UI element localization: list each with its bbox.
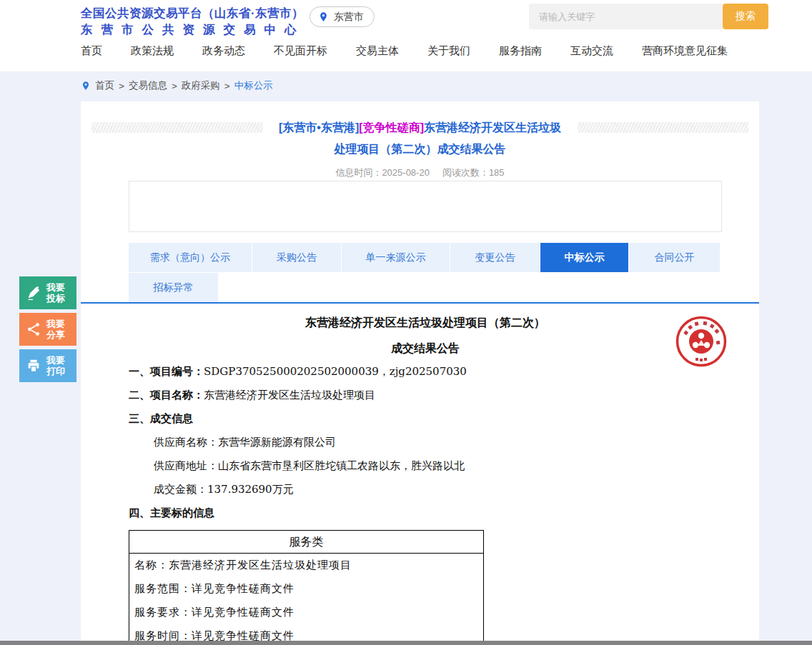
breadcrumb-gov-procurement[interactable]: 政府采购: [182, 79, 220, 92]
section-project-number: 一、项目编号：SDGP370525000202502000039，zjg2025…: [129, 365, 722, 378]
section-project-name-value: 东营港经济开发区生活垃圾处理项目: [204, 389, 375, 401]
announcement-document: 东营港经济开发区生活垃圾处理项目（第二次） 成交结果公告 一、项目编号：SDGP…: [129, 316, 722, 645]
nav-item-remote-bidding[interactable]: 不见面开标: [274, 44, 327, 58]
breadcrumb: 首页 > 交易信息 > 政府采购 > 中标公示: [81, 79, 273, 92]
table-header-service-type: 服务类: [129, 531, 483, 554]
table-row: 服务范围：详见竞争性磋商文件: [129, 577, 483, 601]
info-time-value: 2025-08-20: [382, 167, 430, 178]
section-award-info-heading: 三、成交信息: [129, 412, 722, 425]
supplier-address: 供应商地址：山东省东营市垦利区胜坨镇工农路以东，胜兴路以北: [129, 459, 722, 472]
tab-award-notice[interactable]: 中标公示: [540, 243, 628, 272]
i-want-to-print-button[interactable]: 我要打印: [19, 349, 76, 382]
article-meta: 信息时间：2025-08-20阅读次数：185: [81, 166, 759, 179]
nav-item-interaction[interactable]: 互动交流: [570, 44, 613, 58]
nav-item-policies[interactable]: 政策法规: [131, 44, 174, 58]
views-value: 185: [489, 167, 505, 178]
tab-demand-notice[interactable]: 需求（意向）公示: [129, 243, 252, 272]
search-bar: 搜索: [529, 4, 768, 29]
document-title-line1: 东营港经济开发区生活垃圾处理项目（第二次）: [129, 316, 722, 330]
tab-procurement-notice[interactable]: 采购公告: [252, 243, 341, 272]
location-pin-icon: [318, 11, 329, 22]
nav-item-home[interactable]: 首页: [81, 44, 102, 58]
tab-change-notice[interactable]: 变更公告: [450, 243, 540, 272]
breadcrumb-separator: >: [172, 81, 177, 91]
article-title-location: [东营市•东营港]: [279, 121, 359, 134]
article-title-block: [东营市•东营港][竞争性磋商]东营港经济开发区生活垃圾处理项目（第二次）成交结…: [81, 101, 759, 160]
nav-item-gov-news[interactable]: 政务动态: [202, 44, 245, 58]
article-title: [东营市•东营港][竞争性磋商]东营港经济开发区生活垃圾处理项目（第二次）成交结…: [263, 117, 578, 160]
breadcrumb-trade-info[interactable]: 交易信息: [129, 79, 167, 92]
i-want-to-share-button[interactable]: 我要分享: [19, 313, 76, 346]
search-button[interactable]: 搜索: [723, 4, 768, 29]
page-bottom-bar: [0, 641, 812, 645]
city-selector[interactable]: 东营市: [310, 6, 375, 27]
breadcrumb-pin-icon: [81, 81, 91, 91]
category-tabs: 需求（意向）公示 采购公告 单一来源公示 变更公告 中标公示 合同公开 招标异常: [129, 243, 723, 303]
section-project-name: 二、项目名称：东营港经济开发区生活垃圾处理项目: [129, 389, 722, 401]
main-nav: 首页 政策法规 政务动态 不见面开标 交易主体 关于我们 服务指南 互动交流 营…: [81, 44, 728, 58]
tab-contract-disclosure[interactable]: 合同公开: [629, 243, 720, 272]
printer-icon: [26, 358, 41, 374]
tabs-underline: [81, 302, 759, 304]
page: 全国公共资源交易平台（山东省·东营市） 东营市公共资源交易中心 东营市 搜索 首…: [0, 0, 812, 645]
info-time-label: 信息时间：: [335, 167, 382, 178]
floating-action-buttons: 我要投标 我要分享 我要打印: [19, 276, 76, 386]
logo-line-2: 东营市公共资源交易中心: [81, 22, 305, 37]
section-project-number-label: 一、项目编号：: [129, 365, 204, 377]
city-selector-label: 东营市: [334, 11, 364, 24]
table-row: 名称：东营港经济开发区生活垃圾处理项目: [129, 554, 483, 577]
tab-single-source-notice[interactable]: 单一来源公示: [342, 243, 450, 272]
subject-info-table: 服务类 名称：东营港经济开发区生活垃圾处理项目 服务范围：详见竞争性磋商文件 服…: [129, 530, 484, 645]
side-button-label: 我要分享: [46, 319, 66, 340]
nav-item-trade-entities[interactable]: 交易主体: [356, 44, 399, 58]
tab-bid-abnormal[interactable]: 招标异常: [129, 273, 218, 302]
views-label: 阅读次数：: [442, 167, 489, 178]
breadcrumb-home[interactable]: 首页: [95, 79, 114, 92]
share-icon: [26, 321, 41, 337]
site-header: 全国公共资源交易平台（山东省·东营市） 东营市公共资源交易中心 东营市 搜索 首…: [0, 0, 812, 71]
site-logo[interactable]: 全国公共资源交易平台（山东省·东营市） 东营市公共资源交易中心: [81, 6, 305, 37]
i-want-to-bid-button[interactable]: 我要投标: [19, 276, 76, 309]
pen-icon: [26, 285, 41, 301]
award-amount: 成交金额：137.932690万元: [129, 483, 722, 496]
search-input[interactable]: [529, 4, 723, 29]
empty-content-box: [129, 181, 722, 232]
nav-item-business-env-feedback[interactable]: 营商环境意见征集: [642, 44, 728, 58]
breadcrumb-current[interactable]: 中标公示: [234, 79, 273, 92]
article-title-method: [竞争性磋商]: [359, 121, 424, 134]
nav-item-about-us[interactable]: 关于我们: [427, 44, 470, 58]
section-project-name-label: 二、项目名称：: [129, 389, 204, 401]
breadcrumb-separator: >: [224, 81, 230, 91]
supplier-name: 供应商名称：东营华源新能源有限公司: [129, 436, 722, 449]
document-title-line2: 成交结果公告: [129, 341, 722, 356]
breadcrumb-separator: >: [119, 81, 124, 91]
section-subject-info-heading: 四、主要标的信息: [129, 506, 722, 519]
section-project-number-value: SDGP370525000202502000039，zjg202507030: [204, 365, 467, 378]
logo-line-1: 全国公共资源交易平台（山东省·东营市）: [81, 6, 305, 21]
nav-item-service-guide[interactable]: 服务指南: [499, 44, 542, 58]
content-card: [东营市•东营港][竞争性磋商]东营港经济开发区生活垃圾处理项目（第二次）成交结…: [81, 101, 759, 641]
side-button-label: 我要投标: [46, 282, 66, 304]
side-button-label: 我要打印: [46, 355, 66, 376]
official-seal: [674, 314, 728, 369]
table-row: 服务要求：详见竞争性磋商文件: [129, 601, 483, 624]
